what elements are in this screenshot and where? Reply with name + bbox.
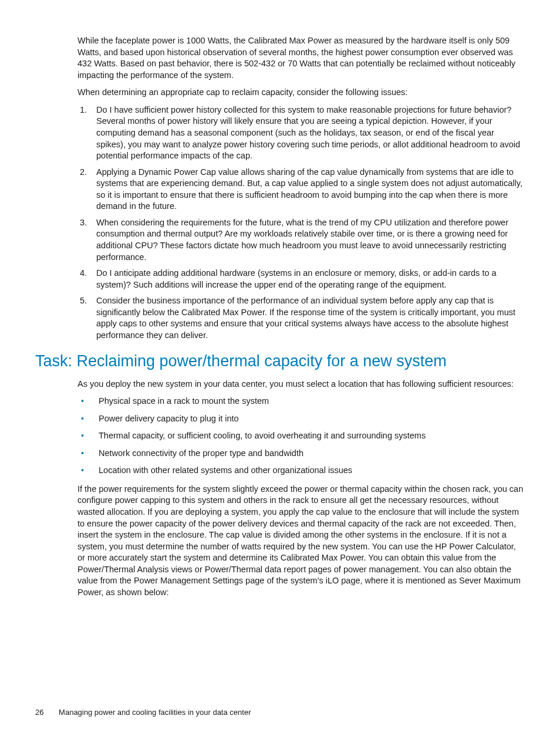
list-item: 1. Do I have sufficient power history co… — [77, 104, 525, 162]
list-text: Applying a Dynamic Power Cap value allow… — [96, 167, 525, 212]
list-number: 3. — [77, 217, 96, 229]
bullet-icon: • — [77, 413, 99, 424]
list-number: 5. — [77, 295, 96, 307]
list-text: Consider the business importance of the … — [96, 295, 525, 341]
list-text: Power delivery capacity to plug it into — [99, 413, 525, 425]
list-item: 2. Applying a Dynamic Power Cap value al… — [77, 167, 525, 212]
list-item: 3. When considering the requirements for… — [77, 217, 525, 263]
task-intro: As you deploy the new system in your dat… — [77, 379, 525, 390]
list-item: • Physical space in a rack to mount the … — [77, 396, 525, 407]
list-item: • Network connectivity of the proper typ… — [77, 448, 525, 460]
list-item: 5. Consider the business importance of t… — [77, 295, 525, 341]
chapter-title: Managing power and cooling facilities in… — [59, 708, 251, 717]
list-number: 1. — [77, 104, 96, 116]
page-number: 26 — [35, 708, 43, 717]
bullet-icon: • — [77, 396, 99, 407]
list-number: 4. — [77, 268, 96, 279]
bullet-icon: • — [77, 465, 99, 476]
list-text: Location with other related systems and … — [99, 465, 525, 477]
intro-para-1: While the faceplate power is 1000 Watts,… — [77, 35, 525, 81]
list-text: Thermal capacity, or sufficient cooling,… — [99, 430, 525, 442]
list-item: • Thermal capacity, or sufficient coolin… — [77, 430, 525, 442]
list-item: • Location with other related systems an… — [77, 465, 525, 477]
section-heading: Task: Reclaiming power/thermal capacity … — [35, 352, 525, 370]
bullet-icon: • — [77, 448, 99, 459]
numbered-list: 1. Do I have sufficient power history co… — [77, 104, 525, 342]
list-item: 4. Do I anticipate adding additional har… — [77, 268, 525, 291]
list-number: 2. — [77, 167, 96, 178]
list-text: Do I anticipate adding additional hardwa… — [96, 268, 525, 291]
page-footer: 26 Managing power and cooling facilities… — [35, 708, 251, 717]
list-text: Network connectivity of the proper type … — [99, 448, 525, 460]
list-text: Do I have sufficient power history colle… — [96, 104, 525, 162]
list-item: • Power delivery capacity to plug it int… — [77, 413, 525, 425]
intro-para-2: When determining an appropriate cap to r… — [77, 87, 525, 99]
task-closing: If the power requirements for the system… — [77, 484, 525, 599]
list-text: When considering the requirements for th… — [96, 217, 525, 263]
list-text: Physical space in a rack to mount the sy… — [99, 396, 525, 407]
bulleted-list: • Physical space in a rack to mount the … — [77, 396, 525, 477]
bullet-icon: • — [77, 430, 99, 441]
